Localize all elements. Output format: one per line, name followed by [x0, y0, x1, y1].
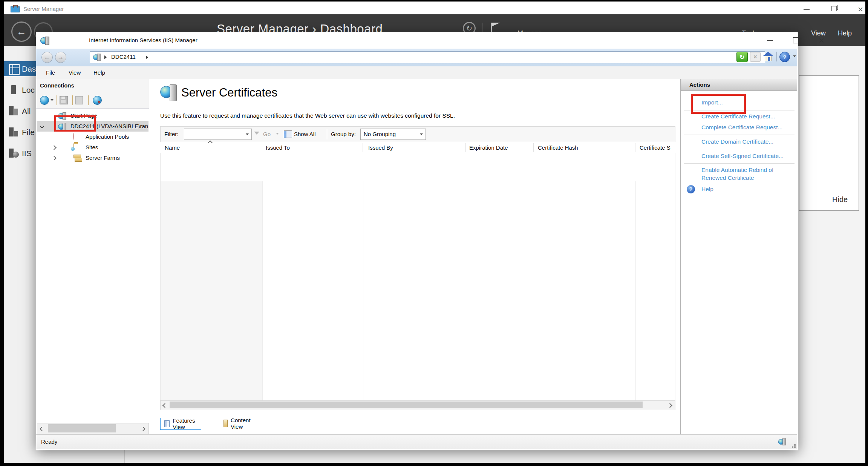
collapse-chevron-icon[interactable]	[40, 124, 44, 129]
tab-features-view[interactable]: Features View	[160, 418, 201, 430]
iis-forward-button[interactable]: →	[55, 52, 66, 63]
iis-address-icon	[93, 54, 101, 60]
features-view-icon	[164, 420, 170, 427]
expand-chevron-icon[interactable]	[52, 145, 57, 150]
action-complete-certificate-request[interactable]: Complete Certificate Request...	[701, 124, 782, 131]
action-create-domain-certificate[interactable]: Create Domain Certificate...	[701, 138, 773, 145]
iis-status-bar: Ready	[36, 434, 797, 449]
iis-minimize-button[interactable]	[767, 40, 773, 41]
help-button[interactable]: ?	[779, 52, 790, 62]
breadcrumb-arrow-icon[interactable]	[104, 55, 107, 59]
tree-item-sites[interactable]: Sites	[37, 142, 148, 153]
iis-maximize-button[interactable]	[793, 37, 799, 43]
connect-dropdown-icon[interactable]	[51, 99, 54, 101]
page-description: Use this feature to request and manage c…	[160, 112, 455, 119]
screen: Server Manager × ← → Server Manager › Da…	[0, 0, 868, 466]
action-create-certificate-request[interactable]: Create Certificate Request...	[701, 113, 775, 120]
breadcrumb-arrow-icon[interactable]	[146, 55, 148, 59]
name-column-band	[161, 181, 262, 400]
actions-header: Actions	[681, 79, 797, 91]
grouping-select[interactable]: No Grouping	[360, 129, 426, 140]
list-hscrollbar[interactable]	[160, 400, 675, 410]
menu-view[interactable]: View	[69, 69, 81, 76]
iis-window-title: Internet Information Services (IIS) Mana…	[89, 37, 197, 43]
column-headers: Name Issued To Issued By Expiration Date…	[160, 143, 675, 153]
edit-connection-icon[interactable]	[75, 96, 83, 104]
dashboard-grid-icon	[9, 64, 20, 75]
scroll-left-icon[interactable]	[40, 426, 44, 431]
iis-address-field[interactable]: DDC2411	[90, 51, 765, 63]
connections-panel: Connections × Start Page DDC2411 (LVDA-A…	[36, 79, 149, 434]
sm-back-button[interactable]: ←	[11, 21, 32, 42]
go-funnel-icon	[254, 132, 259, 135]
iis-back-button[interactable]: ←	[41, 52, 53, 63]
connections-hscrollbar[interactable]	[37, 423, 149, 434]
server-certificates-icon	[160, 84, 177, 102]
connections-tree: Start Page DDC2411 (LVDA-ANSIBLE\ran App…	[36, 109, 149, 426]
sm-close-button[interactable]: ×	[858, 4, 863, 15]
column-certificate-store[interactable]: Certificate S	[640, 144, 671, 151]
iis-address-bar: ← → DDC2411 ↻ × ?	[36, 49, 797, 67]
filter-dropdown-icon[interactable]	[246, 133, 249, 135]
grouping-value: No Grouping	[364, 131, 396, 137]
scroll-right-icon[interactable]	[141, 426, 145, 431]
tree-item-server-farms[interactable]: Server Farms	[37, 153, 148, 163]
save-connections-icon[interactable]	[60, 96, 68, 104]
filter-toolbar: Filter: Go Show All Group by: No Groupin…	[160, 126, 675, 142]
server-farms-icon	[73, 154, 82, 162]
column-issued-to[interactable]: Issued To	[266, 144, 290, 151]
status-iis-icon	[778, 438, 786, 445]
iis-menu-bar: File View Help	[36, 66, 797, 80]
group-by-label: Group by:	[331, 131, 356, 137]
connect-server-icon[interactable]	[40, 96, 49, 105]
tree-item-application-pools[interactable]: Application Pools	[37, 132, 148, 142]
action-enable-automatic-rebind[interactable]: Enable Automatic Rebind of Renewed Certi…	[701, 166, 796, 182]
help-dropdown-icon[interactable]	[793, 55, 796, 57]
filter-label: Filter:	[164, 131, 179, 137]
delete-connection-icon[interactable]: ×	[93, 96, 102, 105]
refresh-button[interactable]: ↻	[736, 52, 748, 62]
go-dropdown-icon[interactable]	[276, 133, 279, 135]
column-expiration-date[interactable]: Expiration Date	[469, 144, 508, 151]
action-help[interactable]: Help	[701, 186, 713, 193]
application-pools-icon	[73, 133, 82, 141]
menu-file[interactable]: File	[46, 69, 55, 76]
scroll-right-icon[interactable]	[667, 403, 672, 408]
content-view-icon	[224, 420, 228, 427]
column-issued-by[interactable]: Issued By	[368, 144, 393, 151]
annotation-box-ddc2411	[54, 115, 96, 132]
feature-content: Server Certificates Use this feature to …	[149, 79, 680, 434]
sm-minimize-button[interactable]	[804, 9, 810, 10]
status-text: Ready	[41, 438, 57, 445]
show-all-button[interactable]: Show All	[294, 131, 316, 137]
sm-restore-button[interactable]	[831, 6, 837, 11]
scroll-left-icon[interactable]	[162, 403, 167, 408]
iis-titlebar: Internet Information Services (IIS) Mana…	[36, 32, 798, 49]
action-create-self-signed-certificate[interactable]: Create Self-Signed Certificate...	[701, 153, 784, 159]
menu-help[interactable]: Help	[93, 69, 105, 76]
expand-chevron-icon[interactable]	[52, 156, 57, 161]
grouping-dropdown-icon[interactable]	[420, 133, 423, 135]
iis-logo-icon	[40, 37, 49, 44]
sm-menu-help[interactable]: Help	[838, 29, 852, 37]
server-manager-titlebar: Server Manager ×	[4, 2, 865, 14]
iis-close-button[interactable]: ×	[819, 35, 824, 45]
stop-button[interactable]: ×	[750, 52, 761, 62]
breadcrumb-server[interactable]: DDC2411	[111, 54, 136, 60]
server-manager-logo-icon	[11, 5, 19, 12]
sm-welcome-hide-button[interactable]: Hide	[832, 195, 848, 204]
page-title: Server Certificates	[181, 86, 277, 100]
column-name[interactable]: Name	[165, 144, 180, 151]
filter-input[interactable]	[184, 129, 252, 140]
server-icon	[11, 85, 16, 94]
server-manager-title: Server Manager	[23, 6, 64, 12]
servers-icon	[9, 106, 18, 115]
go-button[interactable]: Go	[263, 131, 271, 137]
tab-content-view[interactable]: Content View	[224, 418, 253, 429]
home-button[interactable]	[763, 52, 773, 61]
certificates-list[interactable]	[160, 153, 675, 400]
address-divider	[776, 52, 777, 61]
connections-header: Connections	[40, 82, 74, 89]
column-certificate-hash[interactable]: Certificate Hash	[538, 144, 578, 151]
resize-grip[interactable]	[794, 446, 796, 448]
